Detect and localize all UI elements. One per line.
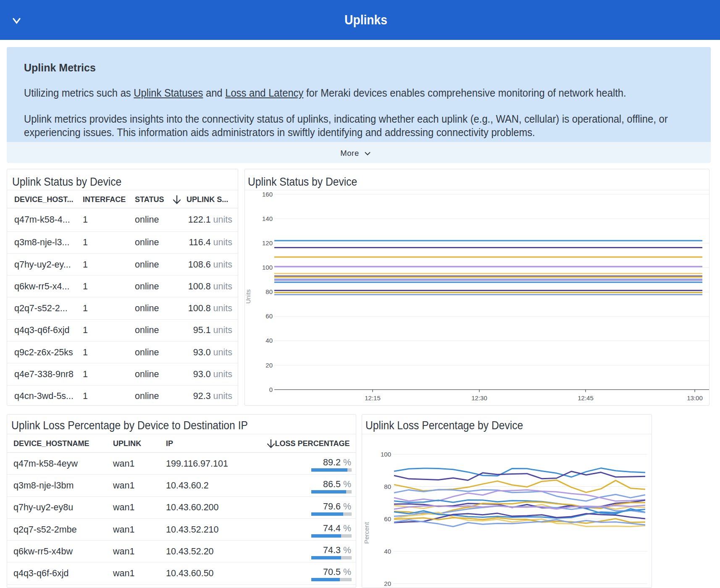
svg-text:60: 60 bbox=[384, 515, 391, 522]
svg-text:20: 20 bbox=[265, 362, 273, 369]
svg-text:140: 140 bbox=[262, 215, 273, 222]
svg-text:40: 40 bbox=[384, 548, 391, 555]
svg-text:120: 120 bbox=[262, 239, 273, 247]
svg-text:12:30: 12:30 bbox=[471, 394, 487, 402]
svg-text:100: 100 bbox=[262, 264, 273, 271]
svg-text:80: 80 bbox=[265, 288, 273, 295]
svg-text:100: 100 bbox=[381, 451, 391, 458]
svg-text:Units: Units bbox=[245, 289, 252, 304]
svg-text:Percent: Percent bbox=[363, 522, 370, 544]
svg-text:160: 160 bbox=[262, 191, 273, 198]
svg-text:60: 60 bbox=[265, 312, 273, 320]
svg-text:0: 0 bbox=[269, 386, 273, 393]
svg-text:80: 80 bbox=[384, 483, 391, 490]
svg-text:13:00: 13:00 bbox=[687, 394, 703, 402]
svg-text:12:15: 12:15 bbox=[365, 394, 381, 402]
svg-text:40: 40 bbox=[265, 337, 273, 344]
svg-text:20: 20 bbox=[384, 580, 391, 587]
svg-text:12:45: 12:45 bbox=[578, 394, 594, 402]
